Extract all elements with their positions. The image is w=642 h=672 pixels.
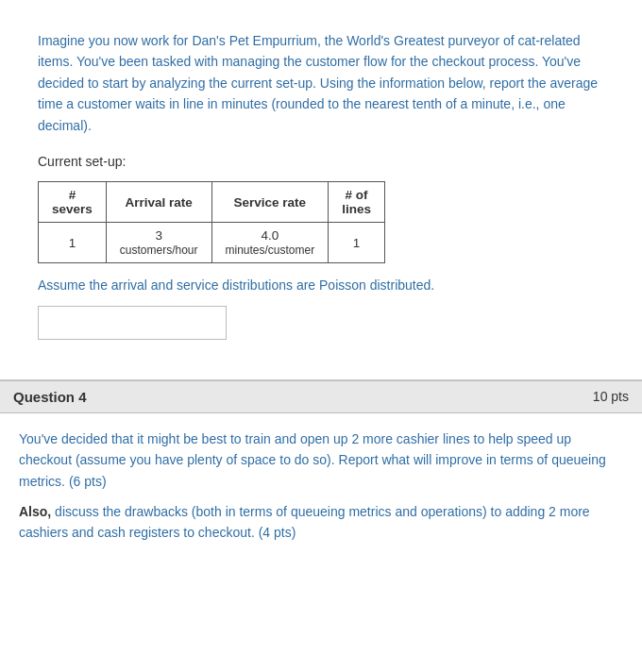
- question3-section: Imagine you now work for Dan's Pet Empur…: [0, 0, 642, 380]
- col-header-num: #severs: [39, 182, 107, 223]
- service-unit: minutes/customer: [226, 244, 315, 257]
- question3-text: Imagine you now work for Dan's Pet Empur…: [38, 30, 604, 136]
- current-setup-label: Current set-up:: [38, 151, 604, 172]
- cell-lines: 1: [329, 223, 385, 263]
- table-data-row: 1 3 customers/hour 4.0 minutes/customer …: [39, 223, 385, 263]
- arrival-unit: customers/hour: [120, 244, 198, 257]
- question4-body: You've decided that it might be best to …: [0, 413, 642, 568]
- cell-servers: 1: [39, 223, 107, 263]
- answer-input[interactable]: [38, 306, 227, 340]
- question4-points: 10 pts: [593, 389, 629, 404]
- question4-text1: You've decided that it might be best to …: [19, 428, 623, 492]
- arrival-value: 3: [155, 228, 162, 243]
- question3-body: Imagine you now work for Dan's Pet Empur…: [19, 15, 623, 361]
- q4-also-label: Also,: [19, 504, 51, 519]
- col-header-numlines: # oflines: [329, 182, 385, 223]
- cell-service: 4.0 minutes/customer: [211, 223, 329, 263]
- question4-title: Question 4: [13, 389, 87, 405]
- table-header-row: #severs Arrival rate Service rate # ofli…: [39, 182, 385, 223]
- question4-text2: Also, discuss the drawbacks (both in ter…: [19, 501, 623, 544]
- question4-header: Question 4 10 pts: [0, 381, 642, 413]
- q3-intro-blue: Imagine you now work for Dan's Pet Empur…: [38, 33, 598, 133]
- col-header-arrival: Arrival rate: [106, 182, 211, 223]
- col-subheader-severs: severs: [52, 202, 93, 216]
- col-subheader-lines: lines: [342, 202, 371, 216]
- q4-blue-text1: You've decided that it might be best to …: [19, 431, 606, 489]
- q4-blue-text2: discuss the drawbacks (both in terms of …: [19, 504, 590, 540]
- cell-arrival: 3 customers/hour: [106, 223, 211, 263]
- setup-table: #severs Arrival rate Service rate # ofli…: [38, 181, 385, 263]
- service-value: 4.0: [261, 228, 279, 243]
- col-header-service: Service rate: [211, 182, 329, 223]
- poisson-blue: Assume the arrival and service distribut…: [38, 277, 434, 293]
- poisson-text: Assume the arrival and service distribut…: [38, 275, 604, 295]
